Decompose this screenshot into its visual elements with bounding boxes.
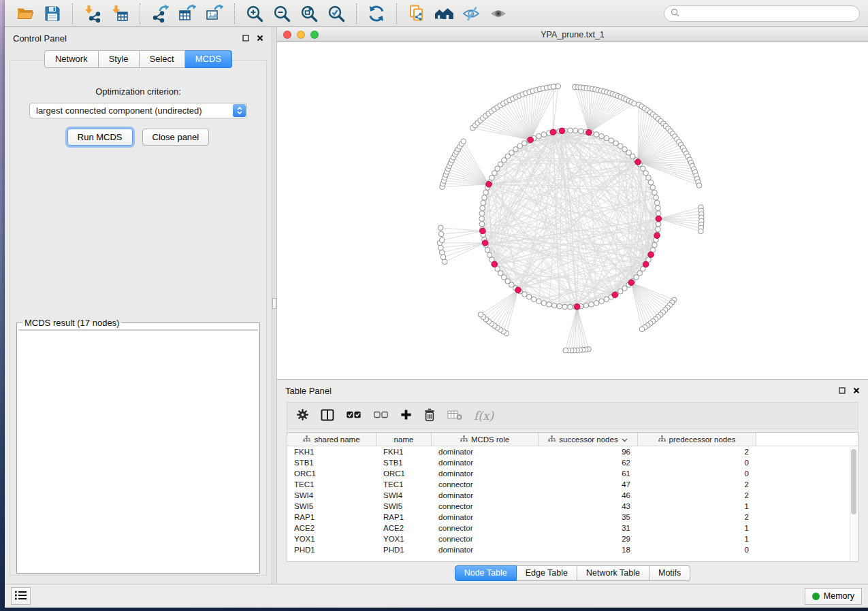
tab-edge-table[interactable]: Edge Table [517, 565, 577, 581]
table-row[interactable]: FKH1FKH1dominator962 [287, 446, 858, 457]
column-type-icon [303, 435, 310, 444]
column-header-MCDS-role[interactable]: MCDS role [432, 433, 539, 446]
table-row[interactable]: PHD1PHD1dominator180 [287, 544, 858, 555]
deselect-all-button[interactable] [373, 406, 389, 426]
table-row[interactable]: STB1STB1dominator620 [287, 457, 858, 468]
table-row[interactable]: SWI4SWI4dominator462 [287, 490, 858, 501]
zoom-fit-icon [300, 4, 319, 23]
add-column-button[interactable] [400, 406, 412, 426]
table-scrollbar[interactable] [850, 447, 857, 561]
trash-icon [423, 408, 436, 424]
cell-successor-nodes: 43 [539, 502, 638, 510]
cell-shared-name: SWI5 [287, 502, 376, 510]
panel-splitter[interactable] [272, 27, 277, 584]
cell-MCDS-role: dominator [432, 469, 539, 478]
table-scrollbar-thumb[interactable] [851, 449, 856, 514]
cell-shared-name: RAP1 [287, 513, 376, 521]
table-row[interactable]: ORC1ORC1dominator610 [287, 468, 858, 479]
open-folder-button[interactable] [13, 2, 37, 25]
select-all-button[interactable] [346, 406, 361, 426]
fx-icon: f(x) [474, 409, 494, 423]
export-network-button[interactable] [148, 2, 172, 25]
optimization-criterion-select[interactable]: largest connected component (undirected) [29, 103, 247, 118]
run-mcds-button[interactable]: Run MCDS [67, 129, 133, 146]
table-row[interactable]: YOX1YOX1connector291 [287, 533, 858, 544]
save-button[interactable] [40, 2, 65, 25]
delete-column-button[interactable] [423, 406, 436, 426]
tab-network-table[interactable]: Network Table [577, 565, 649, 581]
control-panel-tabs: NetworkStyleSelectMCDS [5, 50, 272, 68]
table-row[interactable]: ACE2ACE2connector311 [287, 523, 858, 533]
delete-table-button[interactable] [447, 406, 462, 426]
network-graph[interactable] [277, 42, 868, 379]
memory-button[interactable]: Memory [805, 588, 862, 605]
cell-predecessor-nodes: 0 [638, 546, 756, 554]
zoom-selected-icon [327, 4, 346, 23]
show-all-button[interactable] [486, 2, 511, 25]
settings-gear-button[interactable] [296, 406, 309, 426]
tab-style[interactable]: Style [99, 50, 140, 68]
cell-MCDS-role: connector [432, 524, 539, 532]
close-table-panel-icon[interactable] [853, 387, 860, 394]
cell-shared-name: STB1 [287, 459, 376, 467]
panel-menu-button[interactable] [11, 587, 31, 605]
sort-descending-icon[interactable] [622, 435, 628, 444]
zoom-fit-button[interactable] [297, 2, 321, 25]
memory-label: Memory [824, 591, 854, 601]
tab-motifs[interactable]: Motifs [649, 565, 690, 581]
tab-mcds[interactable]: MCDS [185, 50, 232, 68]
import-table-icon [110, 4, 129, 23]
network-canvas[interactable] [277, 42, 868, 379]
optimization-criterion-label: Optimization criterion: [10, 86, 266, 97]
mcds-result-title: MCDS result (17 nodes) [22, 318, 121, 328]
cell-successor-nodes: 47 [539, 480, 638, 489]
table-row[interactable]: TEC1TEC1connector472 [287, 479, 858, 490]
search-input[interactable] [683, 9, 853, 18]
minimize-window-icon[interactable] [297, 31, 305, 39]
splitter-grip[interactable] [272, 298, 276, 309]
close-panel-icon[interactable] [257, 35, 263, 42]
open-folder-icon [16, 4, 35, 23]
column-header-label: predecessor nodes [669, 435, 736, 444]
close-panel-button[interactable]: Close panel [142, 129, 210, 146]
search-icon [671, 8, 679, 19]
table-panel-tabs: Node TableEdge TableNetwork TableMotifs [277, 562, 868, 584]
first-neighbors-button[interactable] [432, 2, 456, 25]
close-window-icon[interactable] [283, 31, 291, 39]
zoom-in-button[interactable] [242, 2, 267, 25]
zoom-selected-button[interactable] [324, 2, 349, 25]
toolbar-separator [356, 3, 357, 24]
float-panel-icon[interactable] [242, 35, 249, 42]
toggle-columns-button[interactable] [321, 406, 334, 426]
refresh-button[interactable] [364, 2, 389, 25]
import-network-button[interactable] [80, 2, 105, 25]
column-type-icon [548, 435, 556, 444]
node-table: shared namenameMCDS rolesuccessor nodesp… [287, 432, 858, 562]
table-panel-title: Table Panel [285, 386, 332, 396]
cell-name: PHD1 [376, 546, 432, 554]
column-header-predecessor-nodes[interactable]: predecessor nodes [638, 433, 756, 446]
float-table-panel-icon[interactable] [839, 387, 846, 394]
toolbar-separator [234, 3, 235, 24]
column-header-shared-name[interactable]: shared name [287, 433, 376, 446]
table-row[interactable]: RAP1RAP1dominator352 [287, 512, 858, 523]
export-table-button[interactable] [175, 2, 199, 25]
export-image-button[interactable] [202, 2, 227, 25]
clone-network-button[interactable] [404, 2, 429, 25]
function-builder-button[interactable]: f(x) [474, 406, 494, 426]
delete-table-icon [447, 410, 462, 423]
tab-node-table[interactable]: Node Table [455, 565, 517, 581]
zoom-out-button[interactable] [270, 2, 294, 25]
tab-network[interactable]: Network [44, 50, 99, 68]
hide-selected-button[interactable] [459, 2, 483, 25]
import-table-button[interactable] [108, 2, 132, 25]
cell-name: RAP1 [376, 513, 432, 521]
cell-shared-name: PHD1 [287, 546, 376, 554]
column-header-successor-nodes[interactable]: successor nodes [539, 433, 638, 446]
list-icon [15, 591, 27, 602]
maximize-window-icon[interactable] [310, 31, 319, 39]
tab-select[interactable]: Select [140, 50, 185, 68]
table-row[interactable]: SWI5SWI5connector431 [287, 501, 858, 512]
column-header-name[interactable]: name [376, 433, 432, 446]
toolbar-separator [72, 3, 73, 24]
